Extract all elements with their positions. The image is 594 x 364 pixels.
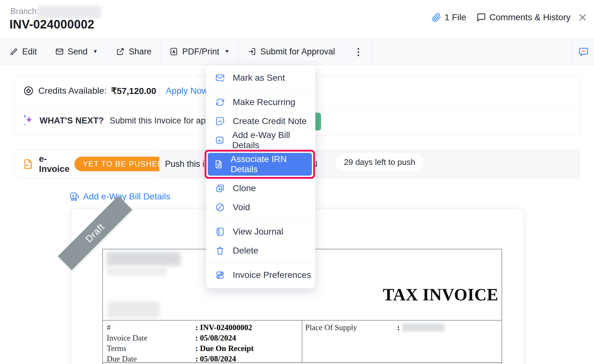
field-label: Due Date — [107, 355, 195, 363]
pdf-print-label: PDF/Print — [182, 47, 219, 57]
recurring-icon — [214, 97, 226, 107]
apply-now-link[interactable]: Apply Now — [166, 86, 208, 96]
menu-item-delete[interactable]: Delete — [206, 241, 315, 260]
menu-item-void[interactable]: Void — [206, 198, 315, 217]
field-row: Due Date : 05/08/2024 — [107, 354, 302, 364]
associate-irn-highlight-box: Associate IRN Details — [205, 150, 315, 179]
eway-truck-icon: e — [69, 191, 80, 202]
field-label: Terms — [107, 344, 195, 353]
invoice-meta-left: # : INV-024000002 Invoice Date : 05/08/2… — [103, 321, 302, 362]
comments-history-label: Comments & History — [489, 12, 571, 22]
credits-label: Credits Available: — [38, 86, 107, 96]
menu-item-invoice-preferences[interactable]: Invoice Preferences — [206, 266, 315, 285]
chat-button[interactable] — [572, 39, 594, 65]
submit-arrow-icon — [248, 47, 256, 56]
more-actions-button[interactable]: ⋮ — [344, 39, 373, 65]
envelope-check-icon — [214, 73, 226, 83]
einvoice-title: e-Invoice — [39, 154, 69, 174]
field-value: : Due On Receipt — [195, 344, 254, 353]
clone-icon — [214, 183, 226, 193]
whats-next-title: WHAT'S NEXT? — [40, 116, 104, 126]
svg-text:e: e — [26, 163, 28, 167]
attachments-button[interactable]: 1 File — [432, 12, 466, 22]
field-label: # — [107, 323, 195, 332]
edit-label: Edit — [22, 47, 37, 57]
menu-item-label: Delete — [233, 246, 258, 256]
field-value: : INV-024000002 — [195, 323, 252, 332]
place-of-supply-row: Place Of Supply : — [305, 322, 502, 333]
paperclip-icon — [432, 13, 441, 22]
place-of-supply-label: Place Of Supply — [305, 323, 397, 332]
share-label: Share — [129, 47, 151, 57]
chat-dots-icon — [578, 46, 589, 57]
place-of-supply-redacted — [402, 323, 445, 332]
invoice-meta-section: # : INV-024000002 Invoice Date : 05/08/2… — [103, 320, 502, 362]
pencil-icon — [9, 47, 18, 56]
field-row: Terms : Due On Receipt — [107, 343, 302, 354]
einvoice-left: e e-Invoice YET TO BE PUSHED — [14, 150, 159, 178]
menu-item-create-credit-note[interactable]: Create Credit Note — [206, 112, 315, 131]
submit-label: Submit for Approval — [260, 47, 335, 57]
sparkle-icon — [22, 114, 35, 127]
einvoice-document-icon: e — [22, 158, 34, 170]
credits-amount: ₹57,120.00 — [111, 86, 156, 96]
menu-item-label: Invoice Preferences — [233, 270, 311, 280]
place-of-supply-colon: : — [397, 323, 400, 332]
menu-item-add-eway-bill[interactable]: e Add e-Way Bill Details — [206, 131, 315, 150]
header-divider — [471, 11, 471, 23]
menu-item-make-recurring[interactable]: Make Recurring — [206, 93, 315, 112]
field-value: : 05/08/2024 — [195, 355, 236, 363]
field-label: Invoice Date — [107, 334, 195, 342]
menu-divider — [206, 219, 315, 220]
menu-item-label: Void — [233, 202, 250, 212]
share-button[interactable]: Share — [107, 39, 161, 65]
svg-text:e: e — [218, 138, 220, 143]
menu-item-label: View Journal — [233, 227, 283, 237]
svg-text:e: e — [72, 193, 74, 198]
close-icon[interactable] — [578, 12, 588, 22]
menu-item-label: Mark as Sent — [233, 73, 285, 83]
toolbar: Edit Send ▼ Share PDF/Print ▼ Su — [0, 38, 594, 65]
menu-divider — [206, 263, 315, 263]
send-label: Send — [68, 47, 88, 57]
branch-name-redacted — [38, 6, 101, 18]
invoice-meta-right: Place Of Supply : — [302, 321, 502, 362]
menu-item-associate-irn-details[interactable]: Associate IRN Details — [208, 153, 312, 176]
chevron-down-icon: ▼ — [93, 48, 98, 55]
preferences-icon — [214, 270, 226, 280]
eway-icon: e — [214, 135, 225, 145]
document-title: TAX INVOICE — [383, 286, 498, 303]
envelope-icon — [55, 47, 64, 56]
files-count-label: 1 File — [445, 12, 466, 22]
void-icon — [214, 202, 226, 212]
irn-icon — [213, 159, 224, 169]
bill-to-redacted — [107, 301, 160, 318]
field-row: Invoice Date : 05/08/2024 — [107, 333, 302, 343]
send-button[interactable]: Send ▼ — [46, 39, 107, 65]
chevron-down-icon: ▼ — [224, 48, 230, 55]
invoice-detail-page: Branch: INV-024000002 1 File Comments & … — [0, 0, 594, 364]
credits-icon — [23, 85, 34, 96]
field-row: # : INV-024000002 — [107, 322, 302, 333]
share-icon — [116, 47, 125, 56]
edit-button[interactable]: Edit — [0, 39, 46, 65]
menu-divider — [206, 90, 315, 90]
menu-item-label: Add e-Way Bill Details — [232, 130, 315, 150]
field-value: : 05/08/2024 — [195, 334, 236, 342]
einvoice-status-badge: YET TO BE PUSHED — [74, 157, 172, 171]
menu-item-mark-as-sent[interactable]: Mark as Sent — [206, 68, 315, 87]
page-title: INV-024000002 — [9, 18, 94, 31]
journal-icon — [214, 227, 226, 237]
header-actions: 1 File Comments & History — [432, 11, 588, 23]
org-address-redacted — [106, 267, 167, 275]
pdf-print-button[interactable]: PDF/Print ▼ — [161, 39, 239, 65]
comment-bubble-icon — [477, 13, 486, 22]
menu-item-view-journal[interactable]: View Journal — [206, 222, 315, 241]
menu-item-clone[interactable]: Clone — [206, 179, 315, 198]
menu-item-label: Make Recurring — [233, 97, 295, 107]
credit-note-icon — [214, 116, 226, 126]
menu-item-label: Clone — [233, 183, 256, 193]
menu-item-label: Create Credit Note — [233, 116, 306, 126]
submit-for-approval-button[interactable]: Submit for Approval — [239, 39, 344, 65]
comments-history-button[interactable]: Comments & History — [477, 12, 571, 22]
